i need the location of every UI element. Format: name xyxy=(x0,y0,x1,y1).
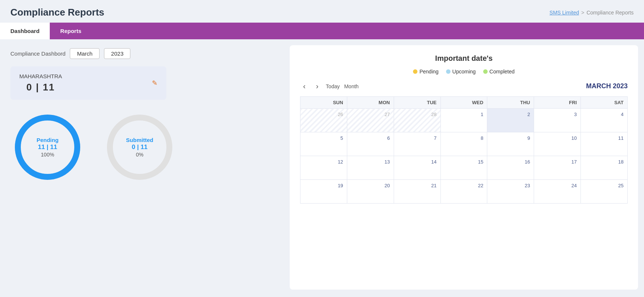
col-fri: FRI xyxy=(534,97,581,109)
calendar-week-1: 567891011 xyxy=(300,132,628,156)
col-sat: SAT xyxy=(581,97,628,109)
state-name: MAHARASHTRA xyxy=(19,73,62,79)
legend-pending-dot xyxy=(413,69,417,74)
legend-completed: Completed xyxy=(483,69,515,75)
legend-completed-label: Completed xyxy=(489,69,515,75)
calendar-day[interactable]: 17 xyxy=(534,156,581,180)
pending-donut: Pending 11 | 11 100% xyxy=(10,110,85,184)
cal-month-year: MARCH 2023 xyxy=(586,82,628,90)
state-separator: | xyxy=(36,82,43,93)
breadcrumb-separator: > xyxy=(581,10,584,16)
pending-pct: 100% xyxy=(36,152,58,158)
year-pill[interactable]: 2023 xyxy=(104,48,130,59)
submitted-donut: Submitted 0 | 11 0% xyxy=(103,110,177,184)
left-panel: Compliance Dashbord March 2023 MAHARASHT… xyxy=(0,39,290,296)
col-mon: MON xyxy=(347,97,394,109)
calendar-day[interactable]: 22 xyxy=(440,180,487,204)
breadcrumb-parent[interactable]: SMS Limited xyxy=(550,10,579,16)
calendar-day[interactable]: 7 xyxy=(394,132,440,156)
calendar-legend: Pending Upcoming Completed xyxy=(300,69,628,75)
calendar-day[interactable]: 10 xyxy=(534,132,581,156)
submitted-donut-center: Submitted 0 | 11 0% xyxy=(126,137,153,158)
calendar-day[interactable]: 1 xyxy=(440,109,487,132)
calendar-day[interactable]: 4 xyxy=(581,109,628,132)
calendar-day[interactable]: 9 xyxy=(487,132,534,156)
tab-bar: Dashboard Reports xyxy=(0,23,644,39)
calendar-grid: SUN MON TUE WED THU FRI SAT 262728123456… xyxy=(300,96,628,204)
calendar-day[interactable]: 3 xyxy=(534,109,581,132)
legend-pending: Pending xyxy=(413,69,438,75)
calendar-day[interactable]: 5 xyxy=(300,132,347,156)
edit-icon[interactable]: ✎ xyxy=(152,79,157,87)
submitted-label: Submitted xyxy=(126,137,153,143)
calendar-week-3: 19202122232425 xyxy=(300,180,628,204)
calendar-day[interactable]: 23 xyxy=(487,180,534,204)
calendar-day[interactable]: 11 xyxy=(581,132,628,156)
calendar-nav: ‹ › Today Month MARCH 2023 xyxy=(300,81,628,91)
calendar-day[interactable]: 6 xyxy=(347,132,394,156)
pending-count: 11 | 11 xyxy=(36,143,58,151)
content-area: Compliance Dashbord March 2023 MAHARASHT… xyxy=(0,39,644,296)
legend-upcoming-label: Upcoming xyxy=(452,69,476,75)
dashboard-label-row: Compliance Dashbord March 2023 xyxy=(10,48,279,59)
cal-prev-btn[interactable]: ‹ xyxy=(300,81,309,91)
calendar-day[interactable]: 12 xyxy=(300,156,347,180)
legend-pending-label: Pending xyxy=(419,69,438,75)
cal-next-btn[interactable]: › xyxy=(313,81,322,91)
calendar-day[interactable]: 14 xyxy=(394,156,440,180)
calendar-day[interactable]: 18 xyxy=(581,156,628,180)
col-wed: WED xyxy=(440,97,487,109)
calendar-day[interactable]: 2 xyxy=(487,109,534,132)
legend-upcoming: Upcoming xyxy=(446,69,476,75)
submitted-circle-container: Submitted 0 | 11 0% xyxy=(103,110,177,184)
calendar-day[interactable]: 28 xyxy=(394,109,440,132)
calendar-day[interactable]: 13 xyxy=(347,156,394,180)
tab-dashboard[interactable]: Dashboard xyxy=(0,23,50,39)
pending-label: Pending xyxy=(36,137,58,143)
pending-circle-container: Pending 11 | 11 100% xyxy=(10,110,85,184)
state-submitted: 0 xyxy=(26,82,32,93)
cal-today[interactable]: Today xyxy=(326,83,339,89)
submitted-pct: 0% xyxy=(126,152,153,158)
calendar-day[interactable]: 27 xyxy=(347,109,394,132)
cal-month-view[interactable]: Month xyxy=(344,83,359,89)
col-tue: TUE xyxy=(394,97,440,109)
calendar-day[interactable]: 21 xyxy=(394,180,440,204)
state-card-inner: MAHARASHTRA 0 | 11 xyxy=(19,73,62,93)
breadcrumb: SMS Limited > Compliance Reports xyxy=(550,10,634,16)
state-count: 0 | 11 xyxy=(26,82,55,93)
calendar-header-row: SUN MON TUE WED THU FRI SAT xyxy=(300,97,628,109)
tab-reports[interactable]: Reports xyxy=(50,23,92,39)
col-thu: THU xyxy=(487,97,534,109)
legend-upcoming-dot xyxy=(446,69,451,74)
calendar-day[interactable]: 8 xyxy=(440,132,487,156)
calendar-day[interactable]: 19 xyxy=(300,180,347,204)
page-title: Compliance Reports xyxy=(10,7,104,18)
pending-donut-center: Pending 11 | 11 100% xyxy=(36,137,58,158)
calendar-week-2: 12131415161718 xyxy=(300,156,628,180)
calendar-day[interactable]: 25 xyxy=(581,180,628,204)
calendar-day[interactable]: 26 xyxy=(300,109,347,132)
calendar-day[interactable]: 24 xyxy=(534,180,581,204)
calendar-day[interactable]: 16 xyxy=(487,156,534,180)
breadcrumb-current: Compliance Reports xyxy=(586,10,634,16)
calendar-body: 2627281234567891011121314151617181920212… xyxy=(300,109,628,204)
right-panel: Important date's Pending Upcoming Comple… xyxy=(290,45,638,290)
submitted-count: 0 | 11 xyxy=(126,143,153,151)
calendar-week-0: 2627281234 xyxy=(300,109,628,132)
top-header: Compliance Reports SMS Limited > Complia… xyxy=(0,0,644,23)
legend-completed-dot xyxy=(483,69,488,74)
calendar-day[interactable]: 15 xyxy=(440,156,487,180)
dashboard-label: Compliance Dashbord xyxy=(10,50,65,57)
calendar-title: Important date's xyxy=(300,54,628,63)
state-total: 11 xyxy=(43,82,55,93)
month-pill[interactable]: March xyxy=(70,48,100,59)
col-sun: SUN xyxy=(300,97,347,109)
calendar-day[interactable]: 20 xyxy=(347,180,394,204)
circles-row: Pending 11 | 11 100% xyxy=(10,110,279,184)
state-card: MAHARASHTRA 0 | 11 ✎ xyxy=(10,66,166,100)
